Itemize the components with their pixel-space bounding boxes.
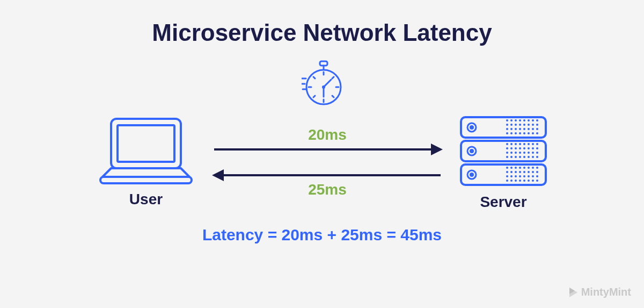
svg-rect-19 — [100, 177, 192, 183]
svg-line-12 — [332, 96, 334, 97]
svg-point-123 — [528, 180, 530, 182]
svg-point-73 — [519, 147, 521, 149]
svg-point-117 — [536, 175, 538, 177]
svg-line-4 — [324, 80, 331, 87]
svg-point-91 — [528, 156, 530, 158]
diagram-row: User 20ms 25ms — [0, 114, 644, 211]
svg-point-121 — [519, 180, 521, 182]
svg-point-48 — [515, 128, 517, 130]
svg-point-97 — [519, 167, 521, 169]
svg-point-55 — [510, 132, 513, 134]
svg-point-42 — [523, 124, 525, 126]
svg-point-37 — [536, 119, 538, 121]
stopwatch-icon — [0, 60, 644, 106]
svg-point-51 — [528, 128, 530, 130]
svg-point-76 — [532, 147, 534, 149]
svg-point-104 — [515, 171, 517, 173]
svg-point-88 — [515, 156, 517, 158]
svg-point-75 — [528, 147, 530, 149]
svg-point-80 — [515, 152, 517, 154]
server-icon — [458, 114, 549, 189]
svg-point-47 — [510, 128, 513, 130]
svg-line-10 — [332, 77, 334, 78]
svg-point-30 — [506, 119, 508, 121]
svg-point-32 — [515, 119, 517, 121]
user-node: User — [95, 117, 197, 208]
svg-marker-23 — [212, 169, 224, 181]
svg-point-122 — [523, 180, 525, 182]
svg-point-101 — [536, 167, 538, 169]
svg-point-84 — [532, 152, 534, 154]
play-icon — [568, 287, 578, 298]
svg-point-102 — [506, 171, 508, 173]
svg-point-107 — [528, 171, 530, 173]
svg-point-67 — [528, 143, 530, 145]
svg-point-31 — [510, 119, 513, 121]
svg-point-79 — [510, 152, 513, 154]
svg-point-65 — [519, 143, 521, 145]
svg-point-106 — [523, 171, 525, 173]
svg-point-109 — [536, 171, 538, 173]
svg-point-93 — [536, 156, 538, 158]
svg-point-95 — [510, 167, 513, 169]
svg-point-34 — [523, 119, 525, 121]
svg-point-39 — [510, 124, 513, 126]
svg-point-35 — [528, 119, 530, 121]
svg-point-85 — [536, 152, 538, 154]
svg-point-99 — [528, 167, 530, 169]
response-latency-label: 25ms — [308, 181, 347, 198]
svg-point-70 — [506, 147, 508, 149]
svg-point-77 — [536, 147, 538, 149]
svg-point-58 — [523, 132, 525, 134]
svg-line-13 — [313, 96, 315, 97]
arrow-right-icon — [212, 141, 443, 157]
svg-point-45 — [536, 124, 538, 126]
svg-point-43 — [528, 124, 530, 126]
svg-point-49 — [519, 128, 521, 130]
svg-point-110 — [506, 175, 508, 177]
server-label: Server — [480, 194, 526, 211]
svg-point-119 — [510, 180, 513, 182]
brand-watermark: MintyMint — [568, 286, 631, 298]
svg-point-78 — [506, 152, 508, 154]
svg-point-83 — [528, 152, 530, 154]
svg-point-68 — [532, 143, 534, 145]
svg-point-69 — [536, 143, 538, 145]
svg-point-114 — [523, 175, 525, 177]
svg-point-100 — [532, 167, 534, 169]
svg-point-54 — [506, 132, 508, 134]
svg-point-103 — [510, 171, 513, 173]
svg-point-94 — [506, 167, 508, 169]
svg-point-74 — [523, 147, 525, 149]
svg-marker-21 — [431, 144, 443, 155]
arrows-group: 20ms 25ms — [212, 126, 443, 198]
svg-point-113 — [519, 175, 521, 177]
svg-point-81 — [519, 152, 521, 154]
svg-point-60 — [532, 132, 534, 134]
server-node: Server — [458, 114, 549, 211]
svg-point-82 — [523, 152, 525, 154]
svg-point-52 — [532, 128, 534, 130]
svg-point-105 — [519, 171, 521, 173]
svg-point-27 — [470, 125, 474, 130]
svg-point-118 — [506, 180, 508, 182]
svg-point-44 — [532, 124, 534, 126]
svg-point-112 — [515, 175, 517, 177]
svg-point-86 — [506, 156, 508, 158]
svg-point-36 — [532, 119, 534, 121]
svg-point-38 — [506, 124, 508, 126]
svg-point-96 — [515, 167, 517, 169]
svg-point-111 — [510, 175, 513, 177]
svg-point-72 — [515, 147, 517, 149]
svg-point-33 — [519, 119, 521, 121]
svg-point-90 — [523, 156, 525, 158]
svg-point-59 — [528, 132, 530, 134]
diagram-title: Microservice Network Latency — [0, 0, 644, 46]
svg-point-56 — [515, 132, 517, 134]
svg-point-87 — [510, 156, 513, 158]
svg-point-89 — [519, 156, 521, 158]
svg-point-120 — [515, 180, 517, 182]
svg-point-28 — [470, 149, 474, 153]
svg-point-53 — [536, 128, 538, 130]
svg-point-61 — [536, 132, 538, 134]
